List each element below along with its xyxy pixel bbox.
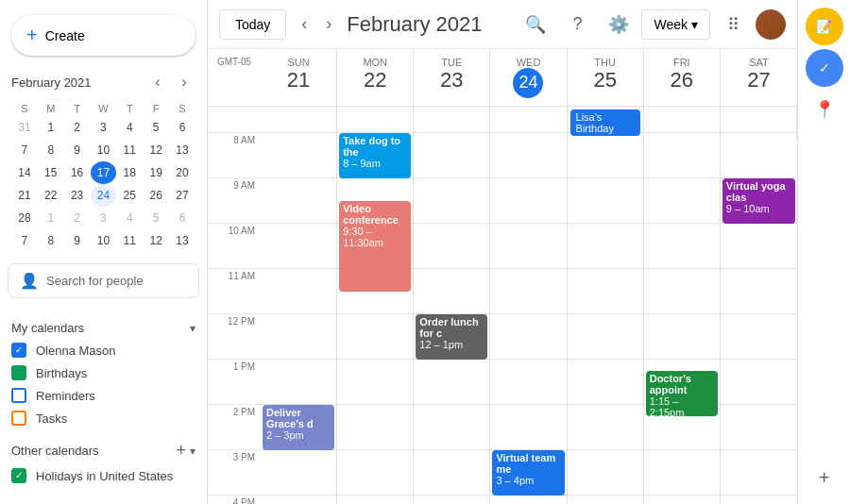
avatar[interactable] [756,9,786,40]
mini-cal-day[interactable]: 5 [143,116,169,139]
mini-cal-day[interactable]: 27 [169,184,196,207]
mini-cal-day[interactable]: 2 [64,116,91,139]
calendar-checkbox[interactable] [11,411,26,426]
mini-cal-day[interactable]: 15 [38,161,64,184]
view-selector-button[interactable]: Week ▾ [641,9,710,40]
mini-cal-day[interactable]: 25 [116,184,143,207]
mini-cal-day[interactable]: 1 [38,116,64,139]
my-calendars-header[interactable]: My calendars ▾ [11,317,196,339]
calendar-event[interactable]: Take dog to the8 – 9am [339,133,411,178]
search-people[interactable]: 👤 Search for people [8,263,199,298]
calendar-event[interactable]: Order lunch for c12 – 1pm [416,314,487,360]
other-calendars-add-button[interactable]: + [176,441,186,461]
mini-cal-day[interactable]: 18 [116,161,143,184]
mini-cal-day[interactable]: 14 [11,161,38,184]
mini-cal-day[interactable]: 9 [64,139,91,161]
mini-cal-day[interactable]: 8 [38,139,64,161]
mini-cal-day[interactable]: 9 [64,229,91,252]
mini-cal-day[interactable]: 21 [11,184,38,207]
mini-cal-day[interactable]: 22 [38,184,64,207]
mini-cal-day[interactable]: 6 [169,207,196,229]
lisas-birthday-event[interactable]: Lisa's Birthday [570,109,640,136]
settings-button[interactable]: ⚙️ [600,6,638,43]
mini-cal-day[interactable]: 12 [143,229,169,252]
today-button[interactable]: Today [219,9,286,40]
my-calendar-item[interactable]: Birthdays [11,361,196,384]
mini-cal-day[interactable]: 31 [11,116,38,139]
calendar-event[interactable]: Virtual yoga clas9 – 10am [722,178,795,224]
view-selector-chevron-icon: ▾ [691,17,698,32]
create-button[interactable]: + Today Create [11,15,196,56]
tasks-icon[interactable]: ✓ [806,49,843,87]
calendar-checkbox[interactable]: ✓ [11,468,26,483]
mini-cal-day[interactable]: 19 [143,161,169,184]
help-button[interactable]: ? [558,6,596,43]
next-week-button[interactable]: › [318,10,339,38]
calendar-checkbox[interactable]: ✓ [11,343,26,358]
create-plus-icon: + [26,25,38,46]
mini-cal-day[interactable]: 6 [169,116,196,139]
event-title: Doctor's appoint [650,373,714,395]
other-calendar-item[interactable]: ✓Holidays in United States [11,464,196,487]
my-calendars-chevron-icon: ▾ [190,322,196,335]
mini-cal-day[interactable]: 11 [116,229,143,252]
mini-cal-next-button[interactable]: › [173,71,196,93]
person-icon: 👤 [20,272,39,290]
mini-cal-day[interactable]: 4 [116,116,143,139]
calendar-event[interactable]: Video conference9:30 – 11:30am [339,201,411,292]
calendar-event[interactable]: Doctor's appoint1:15 – 2:15pm [646,371,718,416]
my-calendar-item[interactable]: Reminders [11,384,196,407]
calendar-checkbox[interactable] [11,388,26,403]
mini-cal-day[interactable]: 3 [91,207,117,229]
keep-icon[interactable]: 📝 [806,8,843,45]
time-label: 12 PM [228,316,255,327]
search-button[interactable]: 🔍 [517,6,554,43]
mini-cal-day[interactable]: 2 [64,207,91,229]
all-day-row: Lisa's Birthday [208,107,797,133]
mini-cal-day[interactable]: 7 [11,229,38,252]
time-label: 8 AM [233,135,255,145]
other-calendars-title: Other calendars [11,444,99,458]
mini-cal-day[interactable]: 23 [64,184,91,207]
mini-cal-day[interactable]: 8 [38,229,64,252]
mini-cal-day[interactable]: 24 [91,184,117,207]
time-label: 1 PM [233,361,255,372]
topbar-nav: ‹ › [294,10,339,38]
mini-cal-day[interactable]: 4 [116,207,143,229]
event-title: Virtual yoga clas [726,180,791,203]
mini-cal-day[interactable]: 10 [91,139,117,161]
event-time: 3 – 4pm [496,475,560,486]
time-label: 11 AM [229,271,255,281]
mini-cal-day[interactable]: 7 [11,139,38,161]
add-app-button[interactable]: + [806,459,843,496]
mini-cal-day[interactable]: 17 [91,161,117,184]
mini-cal-day[interactable]: 26 [143,184,169,207]
mini-cal-day[interactable]: 1 [38,207,64,229]
maps-icon[interactable]: 📍 [806,91,843,128]
time-label: 3 PM [233,452,255,462]
calendar-checkbox[interactable] [11,365,26,380]
my-calendar-item[interactable]: Tasks [11,407,196,429]
google-apps-button[interactable]: ⠿ [714,6,752,43]
calendar-event[interactable]: Deliver Grace's d2 – 3pm [263,405,334,450]
mini-cal-day[interactable]: 16 [64,161,91,184]
event-time: 8 – 9am [343,158,407,169]
mini-cal-title: February 2021 [11,76,92,90]
prev-week-button[interactable]: ‹ [294,10,314,38]
mini-cal-day[interactable]: 3 [91,116,117,139]
mini-cal-day[interactable]: 13 [169,229,196,252]
mini-cal-day[interactable]: 13 [169,139,196,161]
mini-cal-day[interactable]: 11 [116,139,143,161]
calendar-event[interactable]: Virtual team me3 – 4pm [492,450,564,496]
mini-cal-prev-button[interactable]: ‹ [146,71,169,93]
event-time: 2 – 3pm [266,429,331,441]
mini-cal-day[interactable]: 20 [169,161,196,184]
mini-cal-day[interactable]: 28 [11,207,38,229]
my-calendars-title: My calendars [11,321,84,335]
event-title: Deliver Grace's d [266,407,331,429]
mini-cal-day[interactable]: 5 [143,207,169,229]
time-label: 10 AM [229,226,255,236]
mini-cal-day[interactable]: 10 [91,229,117,252]
mini-cal-day[interactable]: 12 [143,139,169,161]
my-calendar-item[interactable]: ✓Olenna Mason [11,339,196,361]
